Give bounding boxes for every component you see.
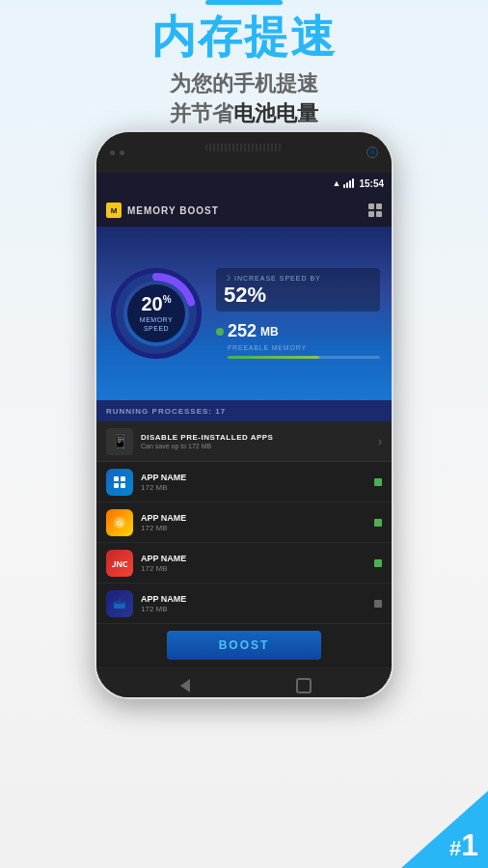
signal-bar-1 bbox=[343, 184, 345, 188]
status-dot-4 bbox=[374, 600, 382, 608]
memory-bullet bbox=[216, 328, 224, 336]
app-text-col-3: APP NAME 172 MB bbox=[141, 554, 366, 573]
main-heading: 内存提速 bbox=[0, 8, 488, 68]
app-content: 20% MEMORY SPEED ☽ INCREASE SPEED BY 52% bbox=[96, 227, 392, 400]
phone-screen: ▲ 15:54 M MEMORY BOOST bbox=[96, 132, 392, 697]
disable-text-col: DISABLE PRE-INSTALLED APPS Can save up t… bbox=[141, 433, 370, 449]
stats-panel: ☽ INCREASE SPEED BY 52% 252 MB FREEABLE … bbox=[216, 268, 380, 359]
app-header: M MEMORY BOOST bbox=[96, 194, 392, 227]
gauge-label: MEMORY SPEED bbox=[140, 315, 173, 333]
moon-icon: ☽ bbox=[224, 274, 231, 283]
svg-text:G: G bbox=[117, 519, 122, 528]
app-icon-svg-1 bbox=[112, 475, 127, 490]
app-size-1: 172 MB bbox=[141, 483, 366, 492]
speed-value: 52% bbox=[224, 285, 372, 306]
gauge-percent: 20% bbox=[140, 294, 173, 313]
grid-cell bbox=[376, 211, 382, 217]
app-title-row: M MEMORY BOOST bbox=[106, 203, 219, 218]
status-bar: ▲ 15:54 bbox=[96, 173, 392, 194]
memory-boost-icon: M bbox=[106, 203, 122, 218]
app-icon-3: UNO bbox=[106, 550, 133, 577]
phone-bottom-bezel bbox=[96, 666, 392, 697]
app-icon-1 bbox=[106, 469, 133, 496]
disable-row[interactable]: 📱 DISABLE PRE-INSTALLED APPS Can save up… bbox=[96, 421, 392, 462]
memory-value: 252 bbox=[228, 321, 257, 341]
speed-section: ☽ INCREASE SPEED BY 52% bbox=[216, 268, 380, 312]
app-text-col-1: APP NAME 172 MB bbox=[141, 473, 366, 492]
grid-icon[interactable] bbox=[368, 203, 382, 217]
disable-icon: 📱 bbox=[106, 428, 133, 455]
app-size-2: 172 MB bbox=[141, 524, 366, 532]
progress-bar-container bbox=[228, 356, 380, 359]
grid-cell bbox=[376, 203, 382, 209]
app-row-2[interactable]: G APP NAME 172 MB bbox=[96, 502, 392, 543]
gauge-center: 20% MEMORY SPEED bbox=[140, 294, 173, 333]
grid-cell bbox=[368, 203, 374, 209]
svg-rect-7 bbox=[121, 483, 125, 488]
app-icon-4 bbox=[106, 590, 133, 617]
app-row-3[interactable]: UNO APP NAME 172 MB bbox=[96, 543, 392, 583]
dot-1 bbox=[110, 150, 115, 155]
camera-dots bbox=[110, 150, 124, 155]
phone-frame: ▲ 15:54 M MEMORY BOOST bbox=[95, 130, 393, 699]
signal-bars bbox=[343, 178, 354, 188]
signal-bar-4 bbox=[352, 178, 354, 188]
nav-home-button[interactable] bbox=[294, 676, 313, 695]
nav-back-button[interactable] bbox=[176, 676, 195, 695]
disable-title: DISABLE PRE-INSTALLED APPS bbox=[141, 433, 370, 442]
top-bar-accent bbox=[205, 0, 283, 5]
signal-bar-2 bbox=[346, 182, 348, 188]
status-icons: ▲ 15:54 bbox=[333, 178, 385, 189]
svg-rect-6 bbox=[114, 483, 119, 488]
app-size-4: 172 MB bbox=[141, 605, 366, 613]
status-dot-1 bbox=[374, 478, 382, 486]
status-dot-3 bbox=[374, 559, 382, 567]
dot-2 bbox=[120, 150, 124, 155]
app-icon-svg-4 bbox=[112, 596, 127, 611]
sub-line2: 并节省 bbox=[170, 101, 233, 125]
wifi-icon: ▲ bbox=[333, 178, 341, 188]
svg-text:UNO: UNO bbox=[112, 559, 127, 569]
back-icon bbox=[180, 679, 190, 692]
app-name-4: APP NAME bbox=[141, 594, 366, 604]
gauge-container: 20% MEMORY SPEED bbox=[108, 265, 204, 362]
phone-top-bezel bbox=[96, 132, 392, 173]
app-size-3: 172 MB bbox=[141, 564, 366, 573]
svg-rect-4 bbox=[114, 476, 119, 481]
grid-cell bbox=[368, 211, 374, 217]
disable-subtitle: Can save up to 172 MB bbox=[141, 443, 370, 449]
sub-line1: 为您的手机提速 bbox=[170, 71, 318, 95]
memory-unit: MB bbox=[260, 325, 279, 339]
memory-row: 252 MB bbox=[216, 321, 380, 341]
badge-text: #1 bbox=[449, 829, 478, 860]
app-name-2: APP NAME bbox=[141, 513, 366, 523]
app-icon-2: G bbox=[106, 509, 133, 536]
camera-lens bbox=[366, 147, 378, 158]
app-row-4[interactable]: APP NAME 172 MB bbox=[96, 583, 392, 624]
sub-line2-bold: 电池电量 bbox=[233, 101, 318, 125]
status-time: 15:54 bbox=[359, 178, 384, 189]
processes-text: RUNNING PROCESSES: 17 bbox=[106, 407, 226, 416]
home-icon bbox=[296, 678, 312, 693]
app-title-text: MEMORY BOOST bbox=[127, 205, 219, 216]
signal-bar-3 bbox=[349, 180, 351, 188]
processes-bar: RUNNING PROCESSES: 17 bbox=[96, 400, 392, 421]
status-dot-2 bbox=[374, 519, 382, 527]
boost-bar: BOOST bbox=[96, 624, 392, 666]
svg-rect-5 bbox=[121, 476, 125, 481]
app-name-1: APP NAME bbox=[141, 473, 366, 482]
app-icon-svg-2: G bbox=[112, 515, 127, 530]
speed-label: ☽ INCREASE SPEED BY bbox=[224, 274, 372, 283]
sub-heading: 为您的手机提速 并节省电池电量 bbox=[0, 69, 488, 129]
svg-marker-12 bbox=[114, 598, 125, 604]
boost-button[interactable]: BOOST bbox=[167, 631, 321, 660]
speaker-grille bbox=[205, 144, 283, 151]
memory-sublabel: FREEABLE MEMORY bbox=[228, 344, 380, 351]
apps-list: 📱 DISABLE PRE-INSTALLED APPS Can save up… bbox=[96, 421, 392, 666]
app-text-col-2: APP NAME 172 MB bbox=[141, 513, 366, 532]
memory-section: 252 MB FREEABLE MEMORY bbox=[216, 321, 380, 359]
chevron-right-icon: › bbox=[378, 435, 382, 448]
app-row-1[interactable]: APP NAME 172 MB bbox=[96, 462, 392, 502]
app-text-col-4: APP NAME 172 MB bbox=[141, 594, 366, 613]
progress-bar-fill bbox=[228, 356, 319, 359]
